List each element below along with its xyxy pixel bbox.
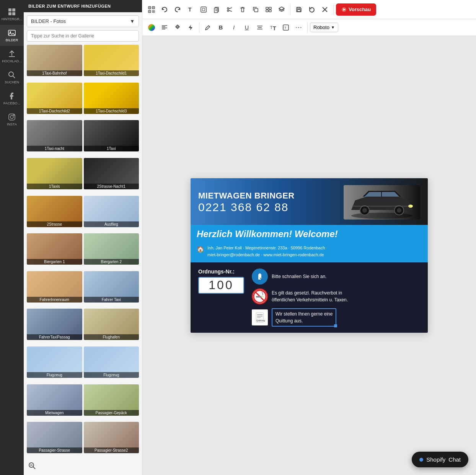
sidebar-item-facebook[interactable]: FACEBO... <box>0 88 24 109</box>
sidebar-item-hintergrund[interactable]: HINTERGR... <box>0 4 24 25</box>
svg-rect-22 <box>152 11 153 13</box>
save-button[interactable] <box>293 3 305 16</box>
sidebar-item-bilder[interactable]: BILDER <box>0 25 24 46</box>
shopify-chat-button[interactable]: Shopify Chat <box>412 452 468 467</box>
sidebar-item-label: SUCHEN <box>5 80 19 84</box>
text-button[interactable]: T <box>184 3 197 16</box>
thumb-label: Flugzeug <box>27 372 82 378</box>
list-item[interactable]: Passagier-Strasse2 <box>84 422 139 453</box>
no-smoke-svg <box>253 290 267 303</box>
sidebar-item-hochladen[interactable]: HOCHLAD... <box>0 46 24 67</box>
color-button[interactable] <box>145 21 158 34</box>
gallery-search-input[interactable] <box>27 30 139 42</box>
list-item[interactable]: Flughafen <box>84 309 139 340</box>
selection-handle-br[interactable] <box>334 324 337 327</box>
list-item[interactable]: Mietwagen <box>27 384 82 416</box>
list-item[interactable]: 1Taxis <box>27 158 82 189</box>
svg-point-50 <box>177 26 178 28</box>
more-button[interactable]: ··· <box>293 21 305 34</box>
underline-button[interactable]: U <box>241 21 253 34</box>
redo-button[interactable] <box>171 3 184 16</box>
align-button[interactable] <box>262 3 275 16</box>
cut-button[interactable] <box>223 3 236 16</box>
italic-button[interactable]: I <box>228 21 240 34</box>
list-item[interactable]: Fahrer Taxi <box>84 271 139 303</box>
chat-brand-label: Shopify <box>426 456 445 463</box>
bold-button[interactable]: B <box>215 21 227 34</box>
car-svg <box>344 185 420 220</box>
qr-button[interactable] <box>145 3 158 16</box>
align-left-button[interactable] <box>158 21 171 34</box>
list-item[interactable]: Ausflieg <box>84 196 139 227</box>
list-item[interactable]: Passagier-Gepäck <box>84 384 139 416</box>
refresh-icon <box>308 6 315 13</box>
list-item[interactable]: Biergarten 2 <box>84 233 139 265</box>
list-item[interactable]: Biergarten 1 <box>27 233 82 265</box>
pen-button[interactable] <box>202 21 214 34</box>
svg-rect-69 <box>256 296 261 298</box>
no-smoking-icon <box>252 288 268 304</box>
sidebar: HINTERGR... BILDER HOCHLAD... SUCHEN FAC… <box>0 0 24 475</box>
svg-rect-2 <box>8 12 11 15</box>
rules-list: Bitte schnallen Sie sich an. <box>252 268 420 327</box>
layers-button[interactable] <box>275 3 288 16</box>
text-effect-icon: T <box>282 24 289 31</box>
close-button[interactable] <box>319 3 331 16</box>
list-item[interactable]: 1Taxi-Bahnhof <box>27 45 82 76</box>
zoom-out-button[interactable] <box>27 461 37 472</box>
image-panel: BILDER ZUM ENTWURF HINZUFÜGEN BILDER - F… <box>24 0 142 475</box>
preview-button[interactable]: Vorschau <box>336 3 376 16</box>
list-item[interactable]: 1Taxi-Dachschild1 <box>84 45 139 76</box>
text-icon: T <box>187 6 194 13</box>
sidebar-item-insta[interactable]: INSTA <box>0 109 24 130</box>
transform-icon <box>174 24 181 31</box>
dropdown-label: BILDER - Fotos <box>31 18 66 24</box>
thumb-label: Passagier-Gepäck <box>84 410 139 416</box>
list-item[interactable]: FahrerInnenraum <box>27 271 82 303</box>
list-item[interactable]: 1Taxi-Dachschild2 <box>27 83 82 114</box>
list-item[interactable]: Passagier-Strasse <box>27 422 82 453</box>
underline-label: U <box>245 24 249 31</box>
canvas-area: MIETWAGEN BRINGER 0221 368 62 88 <box>142 36 476 475</box>
qr-icon <box>148 6 155 13</box>
refresh-button[interactable] <box>306 3 318 16</box>
transform-button[interactable] <box>171 21 184 34</box>
svg-rect-25 <box>201 7 206 12</box>
list-item[interactable]: 1Taxi-Dachschild3 <box>84 83 139 114</box>
list-item[interactable]: FahrerTaxiPassag <box>27 309 82 340</box>
list-item[interactable]: 1Taxi-nacht <box>27 120 82 151</box>
play-icon <box>341 7 347 12</box>
svg-rect-23 <box>153 11 155 13</box>
list-item[interactable]: 2Strasse-Nacht1 <box>84 158 139 189</box>
text-effect-button[interactable]: T <box>280 21 292 34</box>
copy-button[interactable] <box>249 3 262 16</box>
list-item[interactable]: 2Strasse <box>27 196 82 227</box>
instagram-icon <box>8 113 16 121</box>
list-item[interactable]: Flugzeug <box>84 346 139 378</box>
rule2-text: Es gilt das gesetzl. Rauchverbot inöffen… <box>272 290 348 303</box>
text-align-button[interactable] <box>254 21 266 34</box>
preview-label: Vorschau <box>349 7 371 12</box>
svg-rect-70 <box>261 296 264 298</box>
text-size-button[interactable]: T T <box>267 21 279 34</box>
svg-point-66 <box>259 273 261 275</box>
close-icon <box>322 7 328 13</box>
address-line1: Inh. Jan Peter Koll · Megeretinnenstr. 2… <box>207 245 325 252</box>
font-selector[interactable]: Roboto ▼ <box>310 23 338 32</box>
bilder-dropdown[interactable]: BILDER - Fotos ▼ <box>27 15 139 27</box>
welcome-text: Herzlich Willkommen! Welcome! <box>197 229 338 239</box>
thumb-label: 2Strasse <box>27 221 82 227</box>
panel-footer <box>24 458 142 475</box>
paste-button[interactable] <box>210 3 223 16</box>
delete-button[interactable] <box>236 3 249 16</box>
list-item[interactable]: 1Taxi <box>84 120 139 151</box>
frame-button[interactable] <box>197 3 210 16</box>
svg-rect-1 <box>12 8 15 11</box>
thumb-label: 1Taxi-Dachschild2 <box>27 108 82 114</box>
flash-button[interactable] <box>184 21 197 34</box>
undo-button[interactable] <box>158 3 171 16</box>
card-banner: MIETWAGEN BRINGER 0221 368 62 88 <box>191 178 428 225</box>
list-item[interactable]: Flugzeug <box>27 346 82 378</box>
thumb-label: 1Taxi <box>84 146 139 151</box>
sidebar-item-suchen[interactable]: SUCHEN <box>0 67 24 88</box>
